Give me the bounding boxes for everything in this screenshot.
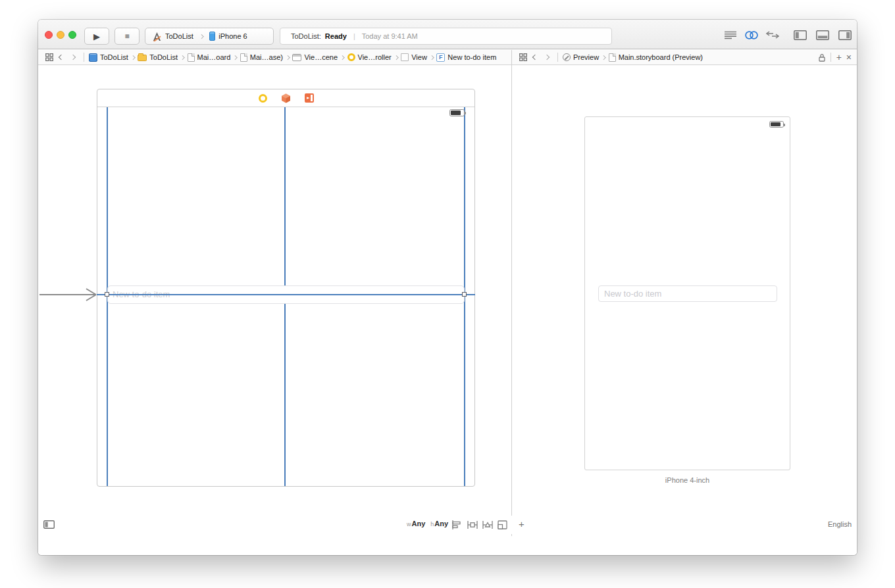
toolbar: ▶ ■ ToDoList iPhone 6 ToDoList: Ready | … bbox=[38, 20, 857, 49]
panel-left-icon bbox=[794, 30, 807, 40]
breadcrumb-separator bbox=[430, 55, 434, 59]
jumpbar-item-preview-mode[interactable]: Preview bbox=[563, 53, 599, 61]
breadcrumb-separator bbox=[180, 55, 184, 59]
close-window-button[interactable] bbox=[45, 31, 53, 39]
jumpbar-item-label: View bbox=[411, 53, 427, 61]
jumpbar-item-preview-file[interactable]: Main.storyboard (Preview) bbox=[609, 53, 703, 62]
jumpbar-item-storyboard-base[interactable]: Mai…ase) bbox=[240, 53, 283, 62]
storyboard-canvas[interactable]: New to-do item bbox=[38, 65, 511, 516]
back-button[interactable] bbox=[55, 55, 67, 59]
outline-panel-icon bbox=[43, 520, 55, 529]
resize-handle-left[interactable] bbox=[105, 292, 109, 297]
document-outline-toggle-button[interactable] bbox=[43, 520, 55, 529]
preview-language-selector[interactable]: English bbox=[828, 520, 852, 528]
related-items-button[interactable] bbox=[517, 53, 529, 61]
add-assistant-editor-button[interactable]: + bbox=[836, 52, 842, 62]
jumpbar-item-label: ToDoList bbox=[149, 53, 178, 61]
version-editor-button[interactable] bbox=[765, 28, 780, 41]
divider bbox=[557, 53, 558, 62]
status-state: Ready bbox=[325, 32, 347, 40]
view-icon bbox=[401, 53, 409, 61]
pane-divider[interactable] bbox=[511, 50, 512, 536]
size-class-control[interactable]: w Any h Any bbox=[407, 520, 448, 527]
inspector-toggle-button[interactable] bbox=[837, 28, 853, 41]
battery-icon bbox=[449, 109, 465, 116]
scheme-project-label: ToDoList bbox=[165, 32, 193, 40]
activity-status-display: ToDoList: Ready | Today at 9:41 AM bbox=[280, 28, 612, 45]
breadcrumb-separator bbox=[340, 55, 344, 59]
jumpbar-row: ToDoList ToDoList Mai…oard Mai…ase) Vie…… bbox=[38, 50, 857, 65]
breadcrumb-separator bbox=[233, 55, 237, 59]
forward-button[interactable] bbox=[67, 55, 79, 59]
assistant-editor-button[interactable] bbox=[744, 28, 759, 41]
textfield-icon: F bbox=[436, 53, 445, 62]
exit-icon[interactable] bbox=[305, 93, 314, 103]
status-separator: | bbox=[353, 32, 355, 40]
run-button[interactable]: ▶ bbox=[84, 28, 109, 45]
debug-area-toggle-button[interactable] bbox=[815, 28, 831, 41]
selection-line bbox=[97, 294, 475, 295]
stop-icon: ■ bbox=[124, 32, 129, 41]
storyboard-file-icon bbox=[188, 53, 195, 62]
related-items-grid-icon bbox=[519, 53, 527, 61]
close-assistant-editor-button[interactable]: × bbox=[846, 52, 852, 62]
initial-view-controller-arrow bbox=[39, 287, 97, 302]
stop-button[interactable]: ■ bbox=[115, 28, 140, 45]
jumpbar-item-label: Mai…ase) bbox=[250, 53, 283, 61]
scene-icon bbox=[292, 54, 301, 61]
iphone-preview-device: New to-do item bbox=[584, 116, 790, 470]
breadcrumb-separator bbox=[131, 55, 135, 59]
first-responder-icon[interactable] bbox=[281, 93, 291, 103]
height-value: Any bbox=[434, 520, 448, 527]
width-prefix: w bbox=[407, 521, 411, 527]
jumpbar-item-project[interactable]: ToDoList bbox=[89, 53, 128, 62]
chevron-left-icon bbox=[532, 55, 538, 60]
panel-bottom-icon bbox=[816, 30, 829, 40]
device-size-label: iPhone 4-inch bbox=[584, 476, 790, 484]
width-value: Any bbox=[412, 520, 426, 527]
align-button[interactable] bbox=[452, 520, 463, 529]
jumpbar-item-label: New to-do item bbox=[448, 53, 496, 61]
zoom-window-button[interactable] bbox=[68, 31, 76, 39]
jumpbar-item-label: Vie…roller bbox=[358, 53, 392, 61]
battery-icon bbox=[769, 121, 784, 128]
lock-icon[interactable] bbox=[819, 53, 825, 62]
status-time: Today at 9:41 AM bbox=[362, 32, 418, 40]
pin-button[interactable] bbox=[467, 520, 478, 529]
back-button[interactable] bbox=[529, 55, 541, 59]
jumpbar-item-label: Vie…cene bbox=[304, 53, 338, 61]
scheme-device-label: iPhone 6 bbox=[218, 32, 247, 40]
divider bbox=[831, 53, 831, 62]
divider bbox=[84, 53, 84, 62]
resize-handle-right[interactable] bbox=[462, 292, 467, 297]
resizing-behavior-button[interactable] bbox=[498, 520, 507, 529]
jumpbar-item-label: Main.storyboard (Preview) bbox=[619, 53, 703, 61]
jumpbar-item-group[interactable]: ToDoList bbox=[138, 53, 178, 61]
breadcrumb-separator bbox=[394, 55, 398, 59]
assistant-editor-icon bbox=[745, 31, 758, 39]
resolve-issues-button[interactable] bbox=[482, 520, 493, 529]
jumpbar-right: Preview Main.storyboard (Preview) bbox=[517, 50, 703, 64]
standard-editor-icon bbox=[725, 31, 736, 39]
jumpbar-item-storyboard[interactable]: Mai…oard bbox=[188, 53, 231, 62]
bottom-bar: w Any h Any bbox=[38, 516, 857, 534]
jumpbar-item-textfield[interactable]: F New to-do item bbox=[436, 53, 496, 62]
related-items-button[interactable] bbox=[43, 53, 55, 61]
add-preview-device-button[interactable]: + bbox=[519, 518, 524, 529]
forward-button[interactable] bbox=[541, 55, 553, 59]
navigator-toggle-button[interactable] bbox=[792, 28, 808, 41]
chevron-right-icon bbox=[70, 55, 76, 60]
jumpbar-item-label: ToDoList bbox=[100, 53, 128, 61]
scheme-selector[interactable]: ToDoList iPhone 6 bbox=[145, 28, 274, 45]
jumpbar-item-scene[interactable]: Vie…cene bbox=[292, 53, 338, 61]
jumpbar-item-view-controller[interactable]: Vie…roller bbox=[347, 53, 392, 61]
textfield-placeholder: New to-do item bbox=[604, 289, 661, 299]
minimize-window-button[interactable] bbox=[57, 31, 64, 39]
storyboard-file-icon bbox=[609, 53, 616, 62]
standard-editor-button[interactable] bbox=[723, 28, 738, 41]
jumpbar-item-view[interactable]: View bbox=[401, 53, 427, 61]
folder-icon bbox=[138, 55, 147, 61]
view-controller-icon[interactable] bbox=[259, 94, 267, 103]
project-icon bbox=[89, 53, 97, 62]
play-icon: ▶ bbox=[93, 32, 100, 41]
